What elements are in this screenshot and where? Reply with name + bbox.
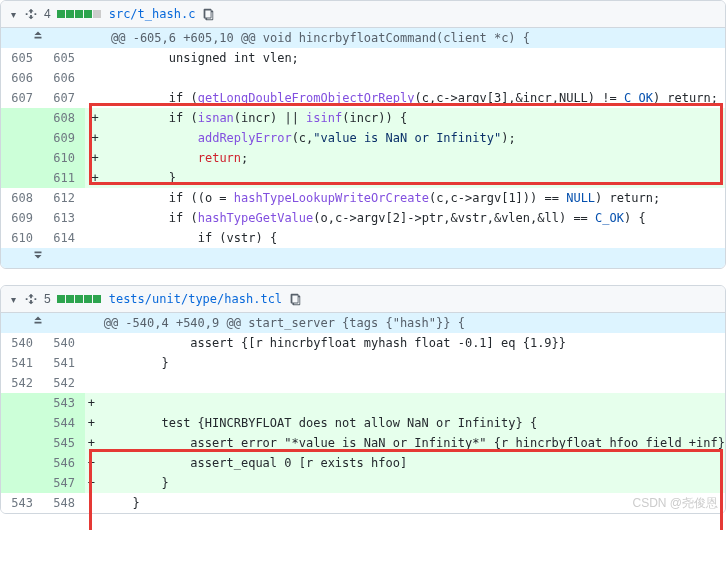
diff-line-added: 545+ assert_error "*value is NaN or Infi… [1,433,725,453]
file-header[interactable]: ▾ 5 tests/unit/type/hash.tcl [1,286,725,313]
diff-line-added: 611+ } [1,168,725,188]
code-line: return; [105,148,725,168]
diff-line-added: 544+ test {HINCRBYFLOAT does not allow N… [1,413,725,433]
chevron-down-icon[interactable]: ▾ [11,294,16,305]
expand-up-icon[interactable] [1,313,85,333]
diff-line-added: 609+ addReplyError(c,"value is NaN or In… [1,128,725,148]
diff-line-added: 543+ [1,393,725,413]
diff-line: 542542 [1,373,725,393]
diff-line-added: 546+ assert_equal 0 [r exists hfoo] [1,453,725,473]
diff-line: 605605 unsigned int vlen; [1,48,725,68]
diff-table: @@ -540,4 +540,9 @@ start_server {tags {… [1,313,725,513]
diff-line: 540540 assert {[r hincrbyfloat myhash fl… [1,333,725,353]
file-header[interactable]: ▾ 4 src/t_hash.c [1,1,725,28]
expand-all-icon[interactable] [24,7,38,21]
expand-all-icon[interactable] [24,292,38,306]
diff-line-added: 547+ } [1,473,725,493]
diff-line: 543548 } [1,493,725,513]
changes-count: 5 [44,292,51,306]
changes-count: 4 [44,7,51,21]
diff-line-added: 608+ if (isnan(incr) || isinf(incr)) { [1,108,725,128]
diff-line: 541541 } [1,353,725,373]
diff-line: 610614 if (vstr) { [1,228,725,248]
diff-container: ▾ 4 src/t_hash.c @@ -605,6 +605,10 @@ vo… [0,0,726,514]
copy-icon[interactable] [288,292,302,306]
diff-line: 607607 if (getLongDoubleFromObjectOrRepl… [1,88,725,108]
code-line: addReplyError(c,"value is NaN or Infinit… [105,128,725,148]
diff-stat-boxes [57,295,101,303]
file-block: ▾ 5 tests/unit/type/hash.tcl @@ -540,4 +… [0,285,726,514]
diff-stat-boxes [57,10,101,18]
code-line: if (getLongDoubleFromObjectOrReply(c,c->… [105,88,725,108]
hunk-header-text: @@ -605,6 +605,10 @@ void hincrbyfloatCo… [105,28,725,48]
diff-table: @@ -605,6 +605,10 @@ void hincrbyfloatCo… [1,28,725,268]
hunk-header-row: @@ -540,4 +540,9 @@ start_server {tags {… [1,313,725,333]
chevron-down-icon[interactable]: ▾ [11,9,16,20]
hunk-expand-row [1,248,725,268]
file-path[interactable]: src/t_hash.c [109,7,196,21]
diff-line: 606606 [1,68,725,88]
code-line: if (hashTypeGetValue(o,c->argv[2]->ptr,&… [105,208,725,228]
code-line: if (isnan(incr) || isinf(incr)) { [105,108,725,128]
expand-down-icon[interactable] [1,248,85,268]
diff-line-added: 610+ return; [1,148,725,168]
hunk-header-text: @@ -540,4 +540,9 @@ start_server {tags {… [98,313,725,333]
expand-up-icon[interactable] [1,28,85,48]
diff-line: 608612 if ((o = hashTypeLookupWriteOrCre… [1,188,725,208]
copy-icon[interactable] [201,7,215,21]
diff-line: 609613 if (hashTypeGetValue(o,c->argv[2]… [1,208,725,228]
file-block: ▾ 4 src/t_hash.c @@ -605,6 +605,10 @@ vo… [0,0,726,269]
hunk-header-row: @@ -605,6 +605,10 @@ void hincrbyfloatCo… [1,28,725,48]
code-line: if ((o = hashTypeLookupWriteOrCreate(c,c… [105,188,725,208]
file-path[interactable]: tests/unit/type/hash.tcl [109,292,282,306]
